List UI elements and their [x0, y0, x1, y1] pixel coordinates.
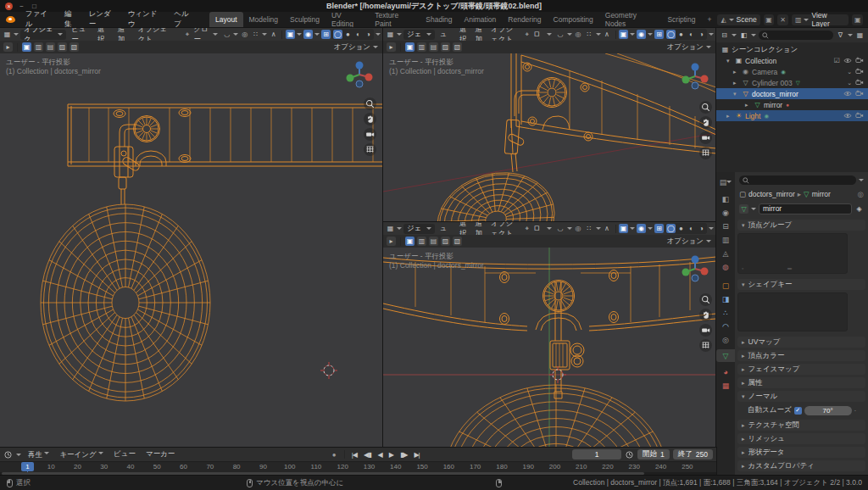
section-shape-keys[interactable]: ▾シェイプキー [737, 279, 865, 290]
tab-texture-paint[interactable]: Texture Paint [369, 12, 420, 28]
hide-eye-closed-icon[interactable]: ⌄ [847, 80, 852, 86]
menu-view[interactable]: ビュー [68, 28, 92, 41]
show-gizmos-toggle[interactable]: ▣ [286, 30, 295, 39]
expand-icon[interactable]: ▸ [726, 113, 732, 120]
section-attributes[interactable]: ▸属性 [737, 377, 865, 388]
tab-render[interactable]: ◉ [716, 206, 735, 219]
select-mode-subtract-icon[interactable]: ▤ [429, 237, 438, 246]
select-mode-new-icon[interactable]: ▣ [405, 237, 415, 246]
tab-layout[interactable]: Layout [209, 12, 243, 28]
shading-wireframe-button[interactable]: ◯ [333, 30, 342, 39]
auto-smooth-checkbox[interactable]: ✓ [794, 407, 802, 415]
show-gizmos-toggle[interactable]: ▣ [619, 30, 628, 39]
zoom-icon[interactable] [699, 293, 712, 306]
section-geometry-data[interactable]: ▸形状データ [737, 447, 865, 458]
menu-add[interactable]: 追加 [471, 28, 486, 41]
menu-marker[interactable]: マーカー [142, 449, 178, 459]
select-mode-extend-icon[interactable]: ▥ [417, 42, 426, 52]
tab-add-workspace[interactable]: + [701, 12, 717, 28]
viewport-nav-buttons[interactable] [699, 101, 713, 159]
xray-toggle[interactable]: ⊞ [321, 30, 331, 39]
tab-scene[interactable]: ◬ [716, 247, 735, 259]
select-mode-intersect-icon[interactable]: ▧ [453, 42, 462, 52]
render-camera-icon[interactable] [855, 112, 864, 120]
tab-compositing[interactable]: Compositing [548, 12, 599, 28]
playhead[interactable]: 1 [21, 462, 34, 471]
menu-view[interactable]: ビュー [437, 28, 454, 41]
breadcrumb-object[interactable]: doctors_mirror [748, 190, 795, 198]
navigation-gizmo[interactable] [681, 62, 709, 91]
viewport-bottom-right[interactable]: ▦ オブジェク.. ビュー 選択 追加 オブジェクト ⌖グロー.. ◡ ◎ ∷ … [383, 222, 716, 448]
section-uv-maps[interactable]: ▸UVマップ [737, 337, 865, 348]
play-reverse-button[interactable]: ◀ [376, 451, 384, 459]
view-layer-selector[interactable]: ▥View Layer [792, 14, 849, 25]
outliner-row-collection[interactable]: ▾ ▣ Collection ☑ [716, 55, 868, 66]
expand-icon[interactable]: ▸ [733, 80, 739, 86]
outliner-row-mirror-data[interactable]: ▸ ▽ mirror ● [716, 99, 868, 110]
section-remesh[interactable]: ▸リメッシュ [737, 433, 865, 444]
timeline-editor-type-icon[interactable] [3, 450, 13, 459]
pan-hand-icon[interactable] [699, 309, 712, 321]
snap-magnet-icon[interactable]: ◡ [556, 30, 565, 39]
jump-to-start-button[interactable]: |◀ [350, 451, 359, 459]
proportional-edit-icon[interactable]: ◎ [574, 224, 583, 233]
shading-rendered-button[interactable]: ◑ [697, 30, 706, 39]
section-texture-space[interactable]: ▸テクスチャ空間 [737, 420, 865, 431]
shading-solid-button[interactable]: ● [676, 30, 686, 39]
editor-type-icon[interactable]: ▦ [386, 30, 395, 39]
animate-dot[interactable]: · [854, 406, 857, 415]
tab-particles[interactable]: ∴ [716, 306, 735, 319]
expand-icon[interactable]: ▸ [733, 69, 739, 75]
select-mode-new-icon[interactable]: ▣ [22, 42, 31, 52]
show-gizmos-toggle[interactable]: ▣ [619, 224, 628, 233]
navigation-gizmo[interactable] [681, 254, 709, 283]
tab-modeling[interactable]: Modeling [243, 12, 285, 28]
outliner-row-light[interactable]: ▸ ☀ Light ◉ [716, 110, 868, 121]
viewport-nav-buttons[interactable] [364, 97, 377, 156]
tab-sculpting[interactable]: Sculpting [284, 12, 326, 28]
select-mode-new-icon[interactable]: ▣ [405, 42, 415, 52]
select-mode-invert-icon[interactable]: ▨ [441, 237, 450, 246]
unlink-scene-button[interactable]: ✕ [777, 14, 788, 25]
menu-add[interactable]: 追加 [114, 28, 133, 41]
active-tool-select-box[interactable]: ▸ [3, 42, 13, 52]
select-mode-intersect-icon[interactable]: ▧ [453, 237, 462, 246]
new-scene-button[interactable]: ▣ [764, 14, 775, 25]
shading-material-button[interactable]: ◐ [687, 30, 696, 39]
datablock-name-field[interactable]: mirror [759, 203, 852, 214]
hide-eye-icon[interactable] [843, 90, 852, 98]
outliner-row-scene-collection[interactable]: ▦ シーンコレクション [716, 44, 868, 55]
hide-eye-icon[interactable] [843, 57, 852, 65]
grid-toggle-icon[interactable] [699, 147, 712, 159]
auto-keying-record-button[interactable]: ● [330, 450, 339, 459]
grid-toggle-icon[interactable] [364, 143, 376, 156]
tab-output[interactable]: ⊟ [716, 220, 735, 232]
menu-playback[interactable]: 再生 [25, 449, 53, 460]
render-camera-icon[interactable] [855, 57, 864, 65]
xray-toggle[interactable]: ⊞ [654, 30, 664, 39]
menu-keying[interactable]: キーイング [56, 449, 107, 460]
transform-orientation-dropdown[interactable]: ⌖グロー.. [181, 28, 221, 41]
shading-solid-button[interactable]: ● [676, 224, 686, 233]
exclude-checkbox[interactable]: ☑ [834, 57, 840, 64]
viewport-left-canvas[interactable]: ユーザー - 平行投影 (1) Collection | doctors_mir… [0, 53, 383, 448]
expand-icon[interactable]: ▾ [726, 58, 732, 64]
expand-icon[interactable]: ▾ [733, 91, 739, 97]
camera-view-icon[interactable] [699, 324, 712, 337]
select-mode-extend-icon[interactable]: ▥ [34, 42, 43, 52]
tool-options-dropdown[interactable]: オプション [667, 42, 714, 53]
pivot-point-icon[interactable]: ∷ [585, 224, 594, 233]
section-vertex-colors[interactable]: ▸頂点カラー [737, 350, 865, 361]
select-mode-intersect-icon[interactable]: ▧ [70, 42, 79, 52]
viewport-left[interactable]: ▦ オブジェク.. ビュー 選択 追加 オブジェクト ⌖グロー.. ◡ ◎ ∷ … [0, 28, 383, 448]
next-keyframe-button[interactable]: ▮▶ [398, 451, 409, 459]
outliner-display-mode-icon[interactable]: ◧ [739, 31, 748, 40]
frame-end-field[interactable]: 終了250 [673, 449, 713, 459]
tab-texture[interactable]: ▦ [716, 379, 735, 392]
breadcrumb-data[interactable]: mirror [812, 190, 831, 198]
active-tool-select-box[interactable]: ▸ [387, 42, 396, 52]
tab-uv-editing[interactable]: UV Editing [326, 12, 369, 28]
vertex-groups-list[interactable]: ◦ ═ [737, 233, 848, 274]
menu-help[interactable]: ヘルプ [169, 9, 201, 30]
transform-orientation-dropdown[interactable]: ⌖グロー.. [520, 28, 554, 41]
